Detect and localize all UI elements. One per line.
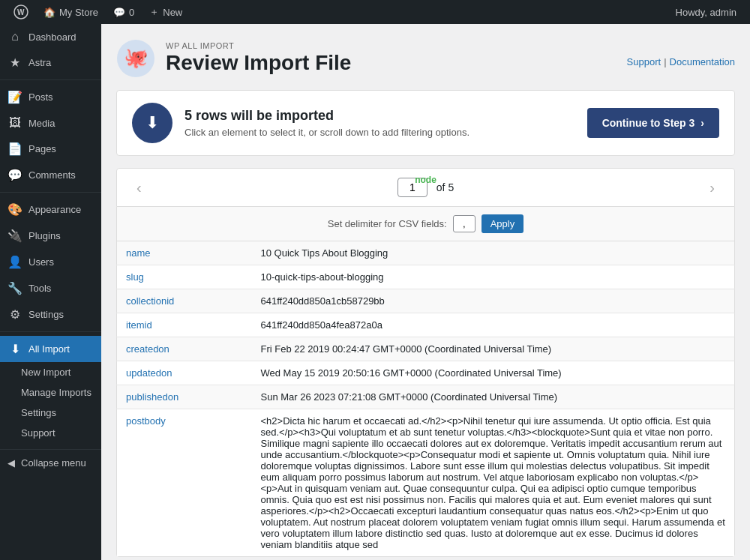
main-content: 🐙 WP ALL IMPORT Review Import File Suppo… <box>101 24 750 560</box>
table-cell-value: 641ff240dd850a4fea872a0a <box>252 313 735 337</box>
table-row: updatedonWed May 15 2019 20:50:16 GMT+00… <box>117 361 735 385</box>
data-table: name10 Quick Tips About Bloggingslug10-q… <box>116 241 735 557</box>
table-cell-key[interactable]: collectionid <box>117 289 252 313</box>
collapse-menu-button[interactable]: ◀ Collapse menu <box>0 450 101 476</box>
sidebar-item-label: Settings <box>28 309 64 320</box>
pager-box: node ‹ › 1 of 5 <box>116 168 735 207</box>
manage-imports-label: Manage Imports <box>21 387 92 398</box>
pages-icon: 📄 <box>8 142 22 156</box>
table-row: postbody<h2>Dicta hic harum et occaecati… <box>117 409 735 557</box>
table-cell-key[interactable]: postbody <box>117 409 252 557</box>
sidebar-item-label: Users <box>28 256 54 268</box>
pager-prev-button[interactable]: ‹ <box>129 179 149 196</box>
settings-icon: ⚙ <box>8 307 22 322</box>
table-cell-value: Fri Feb 22 2019 00:24:47 GMT+0000 (Coord… <box>252 337 735 361</box>
pager-next-button[interactable]: › <box>702 179 722 196</box>
sidebar-item-dashboard[interactable]: ⌂ Dashboard <box>0 24 101 49</box>
table-row: collectionid641ff240dd850a1cb58729bb <box>117 289 735 313</box>
table-cell-key[interactable]: publishedon <box>117 385 252 409</box>
tools-icon: 🔧 <box>8 281 22 295</box>
table-cell-value: 10 Quick Tips About Blogging <box>252 241 735 265</box>
sub-support-label: Support <box>21 427 56 439</box>
site-name: My Store <box>59 7 98 18</box>
adminbar-left: W 🏠 My Store 💬 0 ＋ New <box>8 4 188 19</box>
new-item[interactable]: ＋ New <box>143 5 188 19</box>
media-icon: 🖼 <box>8 116 22 130</box>
collapse-label: Collapse menu <box>21 457 86 469</box>
documentation-link[interactable]: Documentation <box>670 56 735 67</box>
table-cell-value: Sun Mar 26 2023 07:21:08 GMT+0000 (Coord… <box>252 385 735 409</box>
svg-text:🐙: 🐙 <box>124 46 148 70</box>
pager-total: 5 <box>448 181 454 193</box>
sidebar-item-pages[interactable]: 📄 Pages <box>0 136 101 162</box>
sidebar-item-posts[interactable]: 📝 Posts <box>0 84 101 110</box>
new-label: New <box>163 7 182 18</box>
table-row: slug10-quick-tips-about-blogging <box>117 265 735 289</box>
wp-logo-item[interactable]: W <box>8 4 34 19</box>
table-cell-key[interactable]: slug <box>117 265 252 289</box>
sidebar-item-label: Astra <box>28 57 51 68</box>
import-icon-circle: ⬇ <box>132 103 172 143</box>
table-cell-key[interactable]: itemid <box>117 313 252 337</box>
sidebar-item-settings[interactable]: ⚙ Settings <box>0 301 101 328</box>
table-row: itemid641ff240dd850a4fea872a0a <box>117 313 735 337</box>
delimiter-input[interactable]: , <box>453 215 476 232</box>
sidebar-item-all-import[interactable]: ⬇ All Import <box>0 336 101 362</box>
sidebar-item-plugins[interactable]: 🔌 Plugins <box>0 223 101 249</box>
table-cell-key[interactable]: name <box>117 241 252 265</box>
sidebar-sub-manage-imports[interactable]: Manage Imports <box>0 382 101 403</box>
import-subtitle: Click an element to select it, or scroll… <box>184 127 575 138</box>
table-cell-key[interactable]: updatedon <box>117 361 252 385</box>
sidebar-item-tools[interactable]: 🔧 Tools <box>0 275 101 301</box>
apply-button[interactable]: Apply <box>482 214 524 233</box>
site-name-item[interactable]: 🏠 My Store <box>38 7 104 18</box>
all-import-icon: ⬇ <box>8 342 22 356</box>
table-row: createdonFri Feb 22 2019 00:24:47 GMT+00… <box>117 337 735 361</box>
posts-icon: 📝 <box>8 90 22 104</box>
sidebar-sub-new-import[interactable]: New Import <box>0 362 101 382</box>
pager-of-text: of 5 <box>436 181 454 193</box>
sidebar-item-label: Pages <box>28 143 56 154</box>
dashboard-icon: ⌂ <box>8 30 22 43</box>
sidebar-sub-support[interactable]: Support <box>0 423 101 443</box>
plugin-logo-icon: 🐙 <box>116 39 155 78</box>
continue-button-label: Continue to Step 3 <box>602 117 695 129</box>
import-rows-text: 5 rows will be imported <box>184 108 575 124</box>
comments-count: 0 <box>129 7 134 18</box>
sidebar-sub-settings[interactable]: Settings <box>0 403 101 423</box>
new-import-label: New Import <box>21 367 70 378</box>
sidebar-item-label: Posts <box>28 91 53 103</box>
howdy-text: Howdy, admin <box>670 7 742 18</box>
comments-item[interactable]: 💬 0 <box>107 7 140 18</box>
sidebar-item-label: Plugins <box>28 230 61 241</box>
plugin-header: 🐙 WP ALL IMPORT Review Import File Suppo… <box>116 39 735 78</box>
site-icon: 🏠 <box>44 7 56 18</box>
sidebar-item-label: Dashboard <box>28 31 76 43</box>
table-cell-value: 10-quick-tips-about-blogging <box>252 265 735 289</box>
sidebar-item-users[interactable]: 👤 Users <box>0 249 101 275</box>
support-link[interactable]: Support <box>627 56 662 67</box>
table-row: publishedonSun Mar 26 2023 07:21:08 GMT+… <box>117 385 735 409</box>
sidebar-item-comments[interactable]: 💬 Comments <box>0 162 101 188</box>
table-cell-key[interactable]: createdon <box>117 337 252 361</box>
continue-button[interactable]: Continue to Step 3 › <box>587 108 719 138</box>
sidebar-item-astra[interactable]: ★ Astra <box>0 49 101 76</box>
sidebar-item-label: Tools <box>28 283 51 294</box>
plugin-title: Review Import File <box>166 50 351 76</box>
appearance-icon: 🎨 <box>8 202 22 217</box>
delimiter-row: Set delimiter for CSV fields: , Apply <box>116 207 735 241</box>
link-separator: | <box>664 56 666 67</box>
table-cell-value: 641ff240dd850a1cb58729bb <box>252 289 735 313</box>
download-icon: ⬇ <box>146 113 159 133</box>
users-icon: 👤 <box>8 255 22 269</box>
sub-settings-label: Settings <box>21 407 56 418</box>
sidebar: ⌂ Dashboard ★ Astra 📝 Posts 🖼 Media 📄 Pa… <box>0 24 101 560</box>
sidebar-item-label: Comments <box>28 169 76 181</box>
admin-bar: W 🏠 My Store 💬 0 ＋ New Howdy, admin <box>0 0 750 24</box>
sidebar-item-media[interactable]: 🖼 Media <box>0 110 101 136</box>
import-banner-text: 5 rows will be imported Click an element… <box>184 108 575 138</box>
continue-arrow-icon: › <box>700 117 704 129</box>
collapse-icon: ◀ <box>8 457 15 469</box>
plugin-title-group: WP ALL IMPORT Review Import File <box>166 41 351 76</box>
sidebar-item-appearance[interactable]: 🎨 Appearance <box>0 196 101 223</box>
